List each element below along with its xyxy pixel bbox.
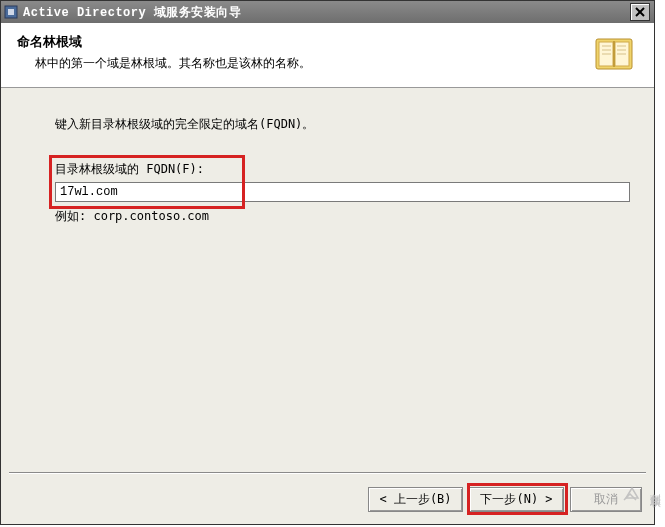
wizard-footer: < 上一步(B) 下一步(N) > 取消	[368, 487, 642, 512]
back-button[interactable]: < 上一步(B)	[368, 487, 463, 512]
close-icon	[635, 7, 645, 17]
app-icon	[3, 4, 19, 20]
instruction-text: 键入新目录林根级域的完全限定的域名(FQDN)。	[55, 116, 634, 133]
fqdn-label: 目录林根级域的 FQDN(F):	[55, 161, 634, 178]
svg-rect-1	[8, 9, 14, 15]
fqdn-example: 例如: corp.contoso.com	[55, 208, 634, 225]
wizard-window: Active Directory 域服务安装向导 命名林根域 林中的第一个域是林…	[0, 0, 655, 525]
close-button[interactable]	[630, 3, 650, 21]
next-button[interactable]: 下一步(N) >	[469, 487, 564, 512]
wizard-content: 键入新目录林根级域的完全限定的域名(FQDN)。 目录林根级域的 FQDN(F)…	[1, 88, 654, 225]
footer-separator	[9, 472, 646, 474]
fqdn-input[interactable]	[55, 182, 630, 202]
wizard-header: 命名林根域 林中的第一个域是林根域。其名称也是该林的名称。	[1, 23, 654, 88]
titlebar: Active Directory 域服务安装向导	[1, 1, 654, 23]
page-title: 命名林根域	[17, 33, 584, 51]
book-icon	[592, 33, 636, 75]
watermark: 创新互联	[619, 481, 665, 527]
page-subtitle: 林中的第一个域是林根域。其名称也是该林的名称。	[35, 55, 584, 72]
window-title: Active Directory 域服务安装向导	[23, 4, 630, 21]
